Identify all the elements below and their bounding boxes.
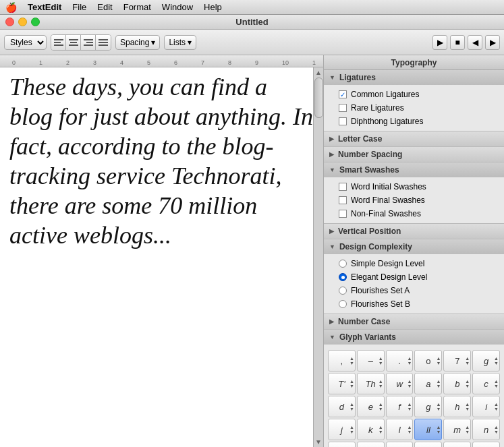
diphthong-ligatures-row[interactable]: Diphthong Ligatures (324, 115, 504, 128)
svg-rect-7 (86, 42, 93, 43)
glyph-w[interactable]: w▲▼ (386, 373, 414, 394)
glyph-o2[interactable]: o▲▼ (328, 442, 356, 447)
glyph-variants-header[interactable]: ▼ Glyph Variants (324, 330, 504, 345)
titlebar: Untitled (0, 15, 504, 30)
glyph-ll-active[interactable]: ll▲▼ (414, 419, 442, 440)
word-initial-checkbox[interactable] (339, 183, 347, 191)
rare-ligatures-row[interactable]: Rare Ligatures (324, 101, 504, 115)
glyph-m[interactable]: m▲▼ (443, 419, 471, 440)
elegant-design-row[interactable]: Elegant Design Level (324, 270, 504, 284)
glyph-o[interactable]: o▲▼ (414, 350, 442, 371)
common-ligatures-row[interactable]: Common Ligatures (324, 88, 504, 101)
prev-button[interactable]: ◀ (468, 35, 482, 50)
design-complexity-header[interactable]: ▼ Design Complexity (324, 239, 504, 254)
flourishes-a-radio[interactable] (339, 287, 347, 295)
svg-rect-2 (54, 44, 63, 46)
flourishes-b-radio[interactable] (339, 300, 347, 308)
align-justify-button[interactable] (96, 35, 111, 50)
close-button[interactable] (5, 18, 14, 26)
stop-button[interactable]: ■ (450, 35, 465, 50)
glyph-s[interactable]: s▲▼ (414, 442, 442, 447)
scrollbar-thumb[interactable] (314, 78, 323, 118)
align-center-button[interactable] (66, 35, 81, 50)
ligatures-header[interactable]: ▼ Ligatures (324, 70, 504, 85)
simple-design-row[interactable]: Simple Design Level (324, 257, 504, 270)
glyph-Th[interactable]: Th▲▼ (357, 373, 385, 394)
flourishes-a-row[interactable]: Flourishes Set A (324, 284, 504, 297)
glyph-d[interactable]: d▲▼ (328, 396, 356, 417)
glyph-u[interactable]: u▲▼ (472, 442, 500, 447)
word-initial-label: Word Initial Swashes (351, 182, 426, 191)
spacing-chevron-icon: ▾ (151, 38, 155, 47)
common-ligatures-checkbox[interactable] (339, 90, 347, 98)
elegant-design-radio[interactable] (339, 273, 347, 281)
number-spacing-triangle-icon: ▶ (329, 151, 334, 158)
word-initial-row[interactable]: Word Initial Swashes (324, 180, 504, 193)
glyph-j[interactable]: j▲▼ (328, 419, 356, 440)
glyph-b[interactable]: b▲▼ (443, 373, 471, 394)
menu-help[interactable]: Help (204, 2, 222, 12)
simple-design-label: Simple Design Level (351, 259, 424, 268)
glyph-n[interactable]: n▲▼ (472, 419, 500, 440)
styles-select[interactable]: Styles (4, 35, 47, 50)
rare-ligatures-label: Rare Ligatures (351, 103, 404, 113)
glyph-ll2[interactable]: ll▲▼ (386, 442, 414, 447)
glyph-l[interactable]: l▲▼ (386, 419, 414, 440)
simple-design-radio[interactable] (339, 260, 347, 268)
menu-file[interactable]: File (72, 2, 86, 12)
vertical-scrollbar[interactable]: ▲ ▼ (313, 67, 323, 447)
smart-swashes-header[interactable]: ▼ Smart Swashes (324, 162, 504, 177)
glyph-f[interactable]: f▲▼ (386, 396, 414, 417)
menu-window[interactable]: Window (162, 2, 193, 12)
glyph-grid: ,▲▼ –▲▼ .▲▼ o▲▼ 7▲▼ g▲▼ T'▲▼ Th▲▼ w▲▼ a▲… (324, 347, 504, 447)
glyph-comma[interactable]: ,▲▼ (328, 350, 356, 371)
svg-rect-9 (99, 39, 108, 40)
glyph-r[interactable]: r▲▼ (357, 442, 385, 447)
glyph-g1[interactable]: g▲▼ (472, 350, 500, 371)
common-ligatures-label: Common Ligatures (351, 90, 419, 99)
number-case-label: Number Case (338, 317, 390, 326)
word-final-row[interactable]: Word Final Swashes (324, 193, 504, 207)
next-button[interactable]: ▶ (485, 35, 500, 50)
play-button[interactable]: ▶ (432, 35, 447, 50)
vertical-position-triangle-icon: ▶ (329, 228, 334, 235)
minimize-button[interactable] (18, 18, 27, 26)
glyph-k[interactable]: k▲▼ (357, 419, 385, 440)
glyph-e[interactable]: e▲▼ (357, 396, 385, 417)
typography-title: Typography (391, 58, 437, 67)
flourishes-b-row[interactable]: Flourishes Set B (324, 297, 504, 311)
diphthong-ligatures-checkbox[interactable] (339, 117, 347, 125)
glyph-h[interactable]: h▲▼ (443, 396, 471, 417)
vertical-position-header[interactable]: ▶ Vertical Position (324, 224, 504, 239)
align-right-button[interactable] (81, 35, 96, 50)
glyph-period[interactable]: .▲▼ (386, 350, 414, 371)
letter-case-header[interactable]: ▶ Letter Case (324, 131, 504, 146)
number-case-header[interactable]: ▶ Number Case (324, 314, 504, 329)
align-left-button[interactable] (51, 35, 66, 50)
non-final-row[interactable]: Non-Final Swashes (324, 207, 504, 220)
maximize-button[interactable] (31, 18, 40, 26)
rare-ligatures-checkbox[interactable] (339, 104, 347, 112)
glyph-T-apos[interactable]: T'▲▼ (328, 373, 356, 394)
glyph-c[interactable]: c▲▼ (472, 373, 500, 394)
glyph-a[interactable]: a▲▼ (414, 373, 442, 394)
svg-rect-11 (99, 44, 108, 46)
word-final-checkbox[interactable] (339, 196, 347, 204)
glyph-dash[interactable]: –▲▼ (357, 350, 385, 371)
menu-format[interactable]: Format (123, 2, 151, 12)
smart-swashes-body: Word Initial Swashes Word Final Swashes … (324, 177, 504, 223)
glyph-t[interactable]: t▲▼ (443, 442, 471, 447)
glyph-i[interactable]: i▲▼ (472, 396, 500, 417)
spacing-button[interactable]: Spacing ▾ (115, 35, 160, 50)
non-final-checkbox[interactable] (339, 210, 347, 218)
flourishes-b-label: Flourishes Set B (351, 299, 410, 309)
section-number-spacing: ▶ Number Spacing (324, 147, 504, 162)
lists-button[interactable]: Lists ▾ (164, 35, 196, 50)
menu-textedit[interactable]: TextEdit (28, 2, 61, 12)
menu-edit[interactable]: Edit (97, 2, 112, 12)
text-content[interactable]: These days, you can find a blog for just… (0, 67, 323, 447)
glyph-g2[interactable]: g▲▼ (414, 396, 442, 417)
glyph-7[interactable]: 7▲▼ (443, 350, 471, 371)
number-spacing-header[interactable]: ▶ Number Spacing (324, 147, 504, 162)
section-smart-swashes: ▼ Smart Swashes Word Initial Swashes Wor… (324, 162, 504, 224)
